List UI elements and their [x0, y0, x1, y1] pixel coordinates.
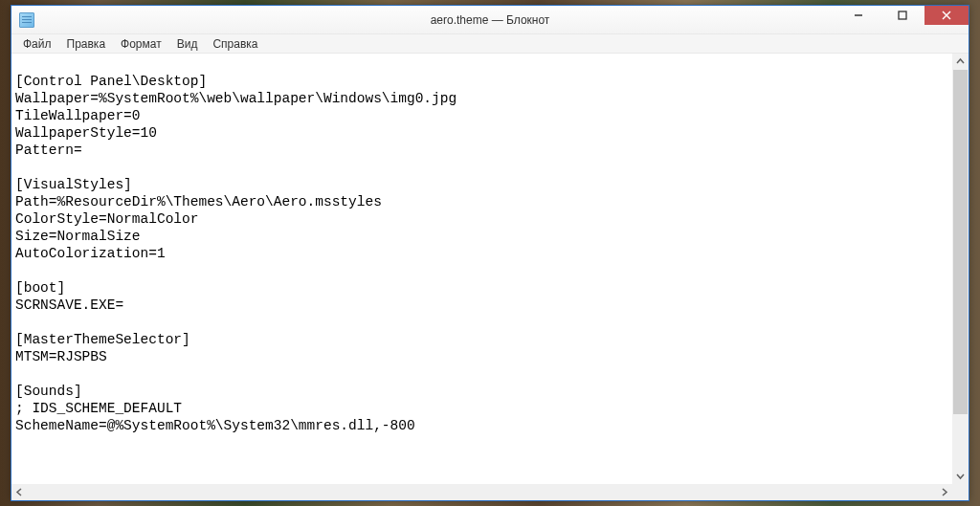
chevron-right-icon — [940, 488, 948, 496]
close-button[interactable] — [924, 6, 969, 25]
menu-edit[interactable]: Правка — [59, 35, 114, 53]
horizontal-scrollbar[interactable] — [11, 484, 952, 500]
titlebar[interactable]: aero.theme — Блокнот — [11, 6, 969, 34]
text-editor[interactable]: [Control Panel\Desktop] Wallpaper=%Syste… — [11, 54, 952, 484]
window-controls — [836, 6, 969, 25]
chevron-down-icon — [956, 472, 965, 480]
notepad-window: aero.theme — Блокнот Файл Правка Формат … — [11, 5, 969, 501]
chevron-up-icon — [956, 57, 965, 66]
chevron-left-icon — [15, 488, 24, 496]
menu-file[interactable]: Файл — [15, 35, 59, 53]
scroll-corner — [952, 484, 969, 500]
scroll-right-button[interactable] — [936, 484, 952, 500]
svg-rect-1 — [899, 11, 906, 19]
minimize-icon — [854, 11, 863, 20]
horizontal-scroll-track[interactable] — [28, 484, 936, 500]
vertical-scroll-track[interactable] — [952, 70, 969, 468]
maximize-icon — [898, 11, 907, 20]
content-area: [Control Panel\Desktop] Wallpaper=%Syste… — [11, 54, 969, 500]
vertical-scroll-thumb[interactable] — [953, 70, 968, 414]
window-title: aero.theme — Блокнот — [11, 13, 969, 27]
menu-view[interactable]: Вид — [169, 35, 206, 53]
vertical-scrollbar[interactable] — [952, 54, 969, 484]
menu-help[interactable]: Справка — [205, 35, 265, 53]
minimize-button[interactable] — [836, 6, 880, 25]
scroll-down-button[interactable] — [952, 468, 969, 484]
scroll-up-button[interactable] — [952, 54, 969, 70]
menu-format[interactable]: Формат — [113, 35, 169, 53]
scroll-left-button[interactable] — [11, 484, 28, 500]
close-icon — [942, 11, 951, 20]
menubar: Файл Правка Формат Вид Справка — [11, 34, 969, 54]
maximize-button[interactable] — [880, 6, 924, 25]
notepad-icon — [19, 12, 34, 28]
